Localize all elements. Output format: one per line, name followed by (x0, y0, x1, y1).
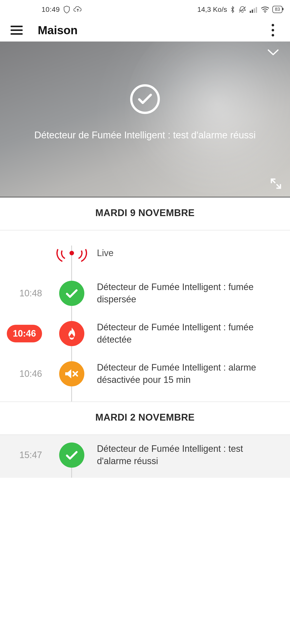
page-title: Maison (38, 23, 78, 37)
vibrate-icon (238, 6, 247, 13)
chevron-down-icon[interactable] (267, 49, 279, 57)
timeline-row[interactable]: 10:46 Détecteur de Fumée Intelligent : a… (0, 354, 290, 394)
wifi-icon (261, 6, 269, 13)
status-time: 10:49 (42, 6, 60, 14)
check-icon (59, 281, 84, 306)
timeline: 15:47 Détecteur de Fumée Intelligent : t… (0, 435, 290, 478)
bluetooth-icon (230, 6, 235, 13)
event-time-badge: 10:46 (0, 325, 49, 342)
event-label: Détecteur de Fumée Intelligent : alarme … (94, 361, 280, 386)
date-header: MARDI 9 NOVEMBRE (0, 197, 290, 230)
more-options-button[interactable] (268, 24, 278, 36)
event-time: 10:46 (0, 369, 49, 379)
signal-icon (250, 6, 258, 13)
timeline-row-live[interactable]: Live (0, 230, 290, 273)
hero-banner: Détecteur de Fumée Intelligent : test d'… (0, 42, 290, 197)
svg-rect-3 (254, 8, 255, 13)
fire-icon (59, 321, 84, 346)
live-icon (60, 246, 83, 261)
status-bar: 10:49 14,3 Ko/s 83 (0, 0, 290, 19)
status-left: 10:49 (42, 6, 82, 14)
svg-rect-4 (256, 7, 257, 13)
event-time: 15:47 (0, 450, 49, 460)
expand-icon[interactable] (270, 178, 281, 190)
event-label: Détecteur de Fumée Intelligent : fumée d… (94, 321, 280, 346)
timeline: Live 10:48 Détecteur de Fumée Intelligen… (0, 230, 290, 401)
svg-point-5 (265, 12, 266, 13)
svg-rect-1 (250, 11, 251, 13)
date-header: MARDI 2 NOVEMBRE (0, 401, 290, 435)
timeline-row[interactable]: 10:46 Détecteur de Fumée Intelligent : f… (0, 313, 290, 354)
status-right: 14,3 Ko/s 83 (197, 6, 282, 14)
hero-message: Détecteur de Fumée Intelligent : test d'… (17, 128, 273, 142)
timeline-row[interactable]: 15:47 Détecteur de Fumée Intelligent : t… (0, 435, 290, 475)
battery-icon: 83 (272, 6, 282, 13)
menu-icon[interactable] (11, 26, 23, 35)
check-icon (59, 442, 84, 468)
cloud-upload-icon (74, 6, 82, 13)
event-label: Live (94, 247, 280, 259)
network-speed: 14,3 Ko/s (197, 6, 227, 14)
event-label: Détecteur de Fumée Intelligent : fumée d… (94, 281, 280, 305)
event-time: 10:48 (0, 288, 49, 299)
mute-icon (59, 361, 84, 386)
app-bar: Maison (0, 19, 290, 42)
event-label: Détecteur de Fumée Intelligent : test d'… (94, 443, 280, 467)
svg-rect-2 (252, 10, 253, 13)
status-check-icon (130, 84, 160, 114)
shield-icon (63, 6, 70, 13)
timeline-row[interactable]: 10:48 Détecteur de Fumée Intelligent : f… (0, 273, 290, 313)
